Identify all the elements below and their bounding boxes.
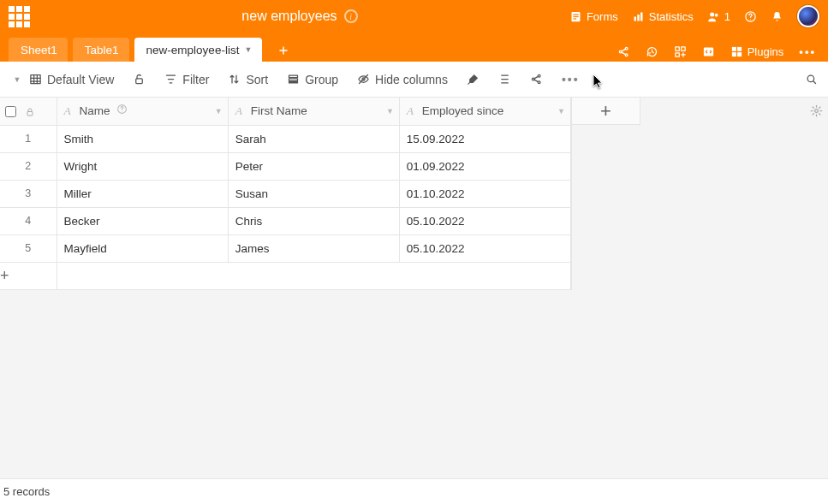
column-settings-button[interactable]	[810, 104, 823, 121]
svg-rect-24	[289, 75, 298, 78]
automations-button[interactable]	[674, 45, 687, 58]
tab-new-employee-list[interactable]: new-employee-list ▼	[134, 38, 263, 62]
filter-button[interactable]: Filter	[164, 73, 209, 86]
forms-label: Forms	[587, 10, 618, 23]
text-type-icon: A	[407, 104, 414, 118]
data-table: A Name ▼ A First Name ▼ A Emplo	[0, 98, 571, 290]
gear-icon	[810, 104, 823, 117]
cell[interactable]: Mayfield	[57, 234, 228, 262]
grid-blank-area	[572, 125, 828, 478]
history-button[interactable]	[646, 45, 658, 58]
row-number[interactable]: 3	[0, 180, 57, 207]
svg-rect-17	[704, 48, 713, 56]
column-header-employed-since[interactable]: A Employed since ▼	[399, 98, 570, 125]
cell[interactable]: 01.09.2022	[399, 152, 570, 180]
hide-columns-button[interactable]: Hide columns	[357, 73, 448, 86]
cell[interactable]: 05.10.2022	[399, 234, 570, 262]
toolbar-more-button[interactable]: •••	[562, 73, 580, 86]
cell[interactable]: Smith	[57, 125, 228, 152]
cell[interactable]: Peter	[228, 152, 399, 180]
share-view-button[interactable]	[530, 73, 543, 86]
row-number[interactable]: 2	[0, 152, 57, 180]
user-avatar[interactable]	[797, 5, 819, 27]
cell[interactable]: 01.10.2022	[399, 180, 570, 207]
svg-rect-18	[732, 47, 736, 51]
cell[interactable]: Wright	[57, 152, 228, 180]
history-icon	[646, 45, 658, 58]
more-menu-button[interactable]: •••	[799, 45, 816, 58]
column-label: Employed since	[422, 104, 503, 117]
row-height-button[interactable]	[498, 73, 511, 86]
column-menu-button[interactable]: ▼	[215, 107, 223, 116]
column-header-name[interactable]: A Name ▼	[57, 98, 228, 125]
search-button[interactable]	[805, 73, 818, 86]
filter-icon	[164, 73, 177, 86]
cell[interactable]: Becker	[57, 207, 228, 234]
table-row[interactable]: 5MayfieldJames05.10.2022	[0, 234, 571, 262]
svg-point-7	[710, 12, 714, 16]
svg-point-8	[715, 13, 718, 16]
svg-point-10	[750, 19, 751, 20]
apps-menu-icon[interactable]	[9, 6, 30, 27]
cell[interactable]: Susan	[228, 180, 399, 207]
sort-button[interactable]: Sort	[228, 73, 268, 86]
help-button[interactable]	[744, 10, 757, 23]
base-title[interactable]: new employees	[241, 9, 337, 24]
cell[interactable]: 05.10.2022	[399, 207, 570, 234]
add-row-button[interactable]: +	[0, 262, 57, 289]
share-icon	[530, 73, 543, 86]
format-paint-button[interactable]	[467, 73, 480, 86]
search-icon	[805, 73, 818, 86]
column-hint-icon[interactable]	[116, 104, 128, 117]
row-number[interactable]: 4	[0, 207, 57, 234]
svg-rect-5	[637, 15, 640, 21]
column-header-first-name[interactable]: A First Name ▼	[228, 98, 399, 125]
statistics-button[interactable]: Statistics	[632, 10, 694, 23]
view-switcher[interactable]: ▼ Default View	[10, 73, 114, 86]
add-table-button[interactable]	[272, 39, 295, 62]
table-row[interactable]: 3MillerSusan01.10.2022	[0, 180, 571, 207]
svg-rect-26	[289, 82, 298, 83]
scripts-button[interactable]	[702, 45, 715, 58]
info-icon[interactable]: i	[344, 9, 358, 23]
notifications-button[interactable]	[771, 10, 783, 23]
table-row[interactable]: 1SmithSarah15.09.2022	[0, 125, 571, 152]
grid-area: A Name ▼ A First Name ▼ A Emplo	[0, 98, 828, 478]
collaborators-count: 1	[724, 10, 730, 23]
share-icon	[617, 45, 630, 58]
collaborators-button[interactable]: 1	[707, 10, 730, 23]
chevron-down-icon[interactable]: ▼	[244, 45, 252, 54]
cell[interactable]: Miller	[57, 180, 228, 207]
filter-label: Filter	[182, 73, 209, 86]
svg-point-31	[807, 75, 814, 82]
forms-icon	[569, 10, 582, 23]
view-toolbar: ▼ Default View Filter Sort Group Hide co…	[0, 62, 828, 98]
cell[interactable]: Sarah	[228, 125, 399, 152]
status-bar: 5 records	[0, 478, 828, 504]
cell[interactable]: James	[228, 234, 399, 262]
plugins-button[interactable]: Plugins	[730, 45, 784, 58]
svg-rect-23	[136, 79, 143, 84]
tab-sheet1[interactable]: Sheet1	[9, 38, 68, 62]
lock-view-button[interactable]	[133, 73, 146, 86]
lock-icon[interactable]	[25, 107, 35, 117]
column-menu-button[interactable]: ▼	[386, 107, 394, 116]
share-button[interactable]	[617, 45, 630, 58]
row-number[interactable]: 1	[0, 125, 57, 152]
tab-label: new-employee-list	[146, 44, 240, 56]
group-label: Group	[305, 73, 338, 86]
sort-icon	[228, 73, 241, 86]
table-row[interactable]: 2WrightPeter01.09.2022	[0, 152, 571, 180]
add-column-button[interactable]: +	[572, 98, 640, 125]
column-menu-button[interactable]: ▼	[557, 107, 565, 116]
table-row[interactable]: 4BeckerChris05.10.2022	[0, 207, 571, 234]
row-number[interactable]: 5	[0, 234, 57, 262]
forms-button[interactable]: Forms	[569, 10, 618, 23]
new-row-area[interactable]	[57, 262, 570, 289]
select-all-checkbox[interactable]	[5, 106, 16, 117]
cell[interactable]: Chris	[228, 207, 399, 234]
cell[interactable]: 15.09.2022	[399, 125, 570, 152]
tab-table1[interactable]: Table1	[73, 38, 129, 62]
help-icon	[744, 10, 757, 23]
group-button[interactable]: Group	[287, 73, 338, 86]
